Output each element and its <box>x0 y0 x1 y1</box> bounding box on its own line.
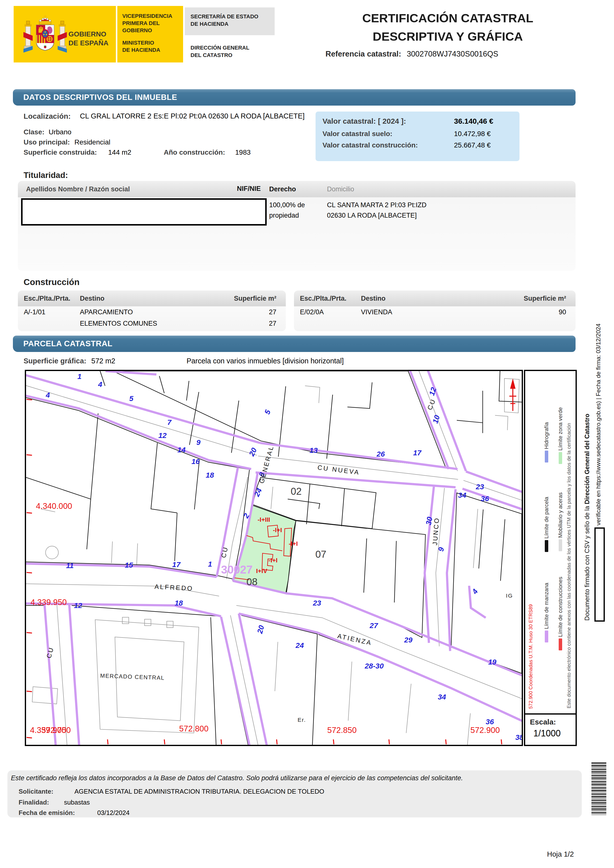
valor-suelo-value: 10.472,98 € <box>454 130 491 138</box>
map-label: 7 <box>167 418 172 426</box>
legend-coordinates-text: 572.900 Coordenadas U.T.M. Huso 30 ETRS8… <box>528 597 534 709</box>
page-number: Hoja 1/2 <box>547 850 574 858</box>
map-label: 18 <box>175 599 183 607</box>
map-label: ALFREDO <box>154 583 193 592</box>
escala-label: Escala: <box>530 718 556 726</box>
construccion-heading: Construcción <box>23 277 79 287</box>
anio-construccion-label: Año construcción: <box>164 149 225 157</box>
map-label: 12 <box>74 601 82 609</box>
map-label: 13 <box>309 446 318 454</box>
signature-line2: verificable en https://www.sedecatastro.… <box>595 265 602 525</box>
legend-swatch <box>559 452 562 464</box>
domicilio-line1: CL SANTA MARTA 2 Pl:03 Pt:IZD <box>327 201 426 209</box>
fecha-emision-value: 03/12/2024 <box>97 809 129 817</box>
clase-label: Clase: <box>23 128 44 136</box>
map-label: 36 <box>486 718 494 726</box>
superficie-construida-value: 144 m2 <box>108 149 131 157</box>
map-label: 10 <box>431 414 441 424</box>
legend-item: Límite de construcciones <box>557 553 564 652</box>
escala-value: 1/1000 <box>533 728 561 739</box>
solicitante-value: AGENCIA ESTATAL DE ADMINISTRACION TRIBUT… <box>75 788 324 795</box>
gobierno-text: GOBIERNO DE ESPAÑA <box>68 30 116 48</box>
parcela-nota: Parcela con varios inmuebles [division h… <box>187 357 344 365</box>
table-row: A/-1/01APARCAMIENTO27 <box>18 306 286 318</box>
cadastral-certificate-page: GOBIERNO DE ESPAÑA VICEPRESIDENCIA PRIME… <box>0 0 614 868</box>
solicitante-label: Solicitante: <box>19 788 53 795</box>
legend-swatch <box>559 639 562 650</box>
map-label: CU <box>426 398 437 411</box>
map-label: 23 <box>312 599 321 607</box>
localizacion-label: Localización: <box>23 112 71 121</box>
map-label: 19 <box>488 658 497 666</box>
map-label: -I+III <box>258 516 270 523</box>
table-row: E/02/0AVIVIENDA90 <box>294 306 575 318</box>
map-label: 1 <box>208 560 212 568</box>
map-label: 27 <box>369 622 378 629</box>
map-label: 36 <box>481 494 489 503</box>
map-label: -I+I <box>269 557 278 564</box>
map-label: -I+I <box>273 527 282 533</box>
superficie-grafica-label: Superficie gráfica: <box>23 357 86 365</box>
map-label: 23 <box>476 483 484 491</box>
spain-coat-of-arms-icon <box>23 13 67 57</box>
titularidad-heading: Titularidad: <box>23 170 68 180</box>
valor-construccion-label: Valor catastral construcción: <box>322 141 418 149</box>
map-label: MERCADO CENTRAL <box>100 673 165 681</box>
gobierno-logo-block: GOBIERNO DE ESPAÑA <box>14 6 116 62</box>
map-label: 34 <box>438 693 446 701</box>
map-label: 30027 <box>221 563 253 576</box>
map-label: Er. <box>298 716 306 723</box>
map-label: 4 <box>470 587 479 596</box>
fecha-emision-label: Fecha de emisión: <box>19 809 75 817</box>
table-row: ELEMENTOS COMUNES27 <box>18 318 286 329</box>
map-label: 20 <box>247 446 258 457</box>
north-arrow-icon <box>509 378 516 411</box>
map-label: 24 <box>295 641 304 649</box>
map-label: 16 <box>191 457 200 465</box>
map-label: ATIENZA <box>337 632 373 646</box>
map-label: CU <box>220 546 229 558</box>
map-label: 14 <box>177 446 186 454</box>
map-label: 20 <box>255 625 266 635</box>
map-label: 11 <box>66 561 74 570</box>
map-label: 572.850 <box>327 725 357 735</box>
map-label: 08 <box>247 576 258 587</box>
map-label: CU NUEVA <box>317 464 361 476</box>
uso-label: Uso principal: <box>23 138 70 146</box>
map-label: CU <box>45 646 55 659</box>
legend-item: Límite de parcela <box>543 470 550 553</box>
map-label: 26 <box>376 450 385 458</box>
map-label: 29 <box>404 636 413 644</box>
ministerio-text: MINISTERIO DE HACIENDA <box>122 39 160 54</box>
map-label: 02 <box>291 486 302 497</box>
map-label: 15 <box>125 561 133 569</box>
cadastral-map: 4145712914161852082421326171210233436309… <box>25 370 523 746</box>
map-label: 572.800 <box>179 724 208 733</box>
map-label: IG <box>506 592 513 599</box>
map-label: 17 <box>172 560 181 569</box>
map-label: 28-30 <box>364 662 384 670</box>
legend-swatch <box>545 540 548 552</box>
legend-disclaimer-text: Este documento electrónico contiene anex… <box>566 379 572 708</box>
derecho-line2: propiedad <box>269 212 299 219</box>
construccion-left-rows: A/-1/01APARCAMIENTO27ELEMENTOS COMUNES27 <box>18 306 286 331</box>
map-label: 30 <box>424 516 434 526</box>
section-banner-parcela: PARCELA CATASTRAL <box>13 336 575 352</box>
referencia-value: 3002708WJ7430S0016QS <box>407 50 498 58</box>
construccion-left-header: Esc./Plta./Prta. Destino Superficie m² <box>18 290 286 306</box>
titular-name-redacted <box>21 198 267 226</box>
construccion-right-rows: E/02/0AVIVIENDA90 <box>294 306 575 331</box>
map-label: 34 <box>458 491 466 499</box>
page-title: CERTIFICACIÓN CATASTRAL DESCRIPTIVA Y GR… <box>333 9 563 46</box>
map-label: 4 <box>46 391 50 399</box>
legend-item: Límite zona verde <box>557 384 564 465</box>
map-label: 17 <box>413 449 422 457</box>
valor-catastral-label: Valor catastral: [ 2024 ]: <box>322 117 406 126</box>
superficie-construida-label: Superficie construida: <box>23 149 97 157</box>
secretaria-text: SECRETARÍA DE ESTADO DE HACIENDA <box>191 13 258 28</box>
map-label: 4 <box>98 380 103 388</box>
vicepresidencia-text: VICEPRESIDENCIA PRIMERA DEL GOBIERNO <box>122 12 183 34</box>
construccion-right-header: Esc./Plta./Prta. Destino Superficie m² <box>294 290 575 306</box>
uso-value: Residencial <box>75 138 110 146</box>
legend-swatch <box>559 539 562 551</box>
